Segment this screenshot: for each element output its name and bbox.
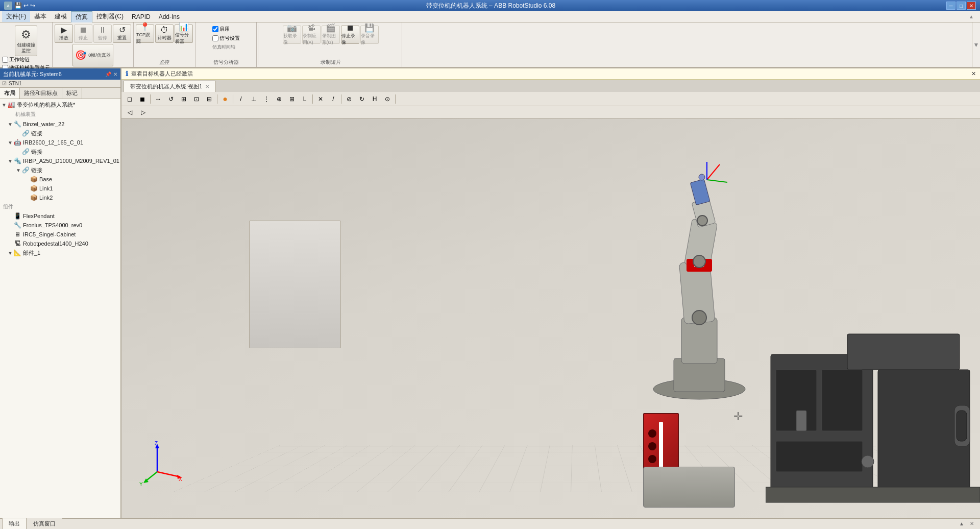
vt-btn4[interactable]: ⊡	[190, 93, 203, 105]
create-collision-btn[interactable]: ⚙ 创建碰撞监控	[15, 26, 37, 56]
menu-file[interactable]: 文件(F)	[2, 11, 30, 22]
expand-part1[interactable]: ▼	[7, 250, 13, 256]
vt-snap5-btn[interactable]: L	[299, 93, 311, 105]
tree-item-robotpedestal[interactable]: 🏗 Robotpedestal1400_H240	[1, 239, 119, 248]
vt-select2-btn[interactable]: ◼	[136, 93, 149, 105]
vt-view2-btn[interactable]: /	[327, 93, 339, 105]
menu-controller[interactable]: 控制器(C)	[92, 11, 128, 22]
pause-btn[interactable]: ⏸暂停	[93, 25, 112, 43]
tree-item-link1[interactable]: 📦 Link1	[1, 184, 119, 193]
vt-scale-btn[interactable]: ⊞	[178, 93, 190, 105]
stop-rec-btn[interactable]: ⏹停止录像	[341, 26, 359, 44]
sim-target-btn[interactable]: 🎯 0帧/仿真器	[72, 44, 113, 66]
expand-icon-irbp[interactable]: ▼	[7, 158, 13, 164]
info-icon: ℹ	[126, 70, 128, 78]
info-close-btn[interactable]: ✕	[971, 70, 976, 77]
svg-rect-19	[766, 487, 980, 502]
signal-analyze-btn[interactable]: 📊信号分析器	[175, 25, 193, 43]
stop-btn[interactable]: ⏹停止	[74, 25, 92, 43]
tree-item-flexpendant[interactable]: 📱 FlexPendant	[1, 211, 119, 221]
signal-settings-check[interactable]: 信号设置	[212, 35, 240, 42]
menu-simulation[interactable]: 仿真	[71, 11, 92, 22]
menu-modeling[interactable]: 建模	[51, 11, 71, 22]
tree-item-base[interactable]: 📦 Base	[1, 175, 119, 184]
enable-checkbox[interactable]	[212, 26, 218, 32]
vt-snap3-btn[interactable]: ⊕	[273, 93, 285, 105]
panel-pin-btn[interactable]: 📌	[105, 71, 111, 77]
vt-view1-btn[interactable]: ✕	[314, 93, 327, 105]
vt2-btn1[interactable]: ◁	[124, 107, 136, 118]
toolbar-expand-btn[interactable]: ▼	[972, 22, 980, 67]
vt-cursor-btn[interactable]: /	[235, 93, 247, 105]
vt-fit-btn[interactable]: H	[369, 93, 381, 105]
maximize-button[interactable]: □	[957, 2, 966, 10]
tree-item-part1[interactable]: ▼ 📐 部件_1	[1, 248, 119, 257]
vt-snap4-btn[interactable]: ⊞	[286, 93, 298, 105]
rec-app-btn[interactable]: 📽录制应用(A)	[302, 26, 321, 44]
tree-item-irbp-link[interactable]: ▼ 🔗 链接	[1, 165, 119, 175]
bottom-float-btn[interactable]: ▲	[958, 520, 966, 528]
vt2-btn2[interactable]: ▷	[137, 107, 149, 118]
viewport-3d[interactable]: ABB	[121, 118, 980, 518]
tree-item-station[interactable]: ▼ 🏭 带变位机的机器人系统*	[1, 100, 119, 109]
expand-icon-station[interactable]: ▼	[1, 102, 7, 108]
minimize-button[interactable]: ─	[946, 2, 955, 10]
irb2600-label: IRB2600_12_165_C_01	[23, 139, 83, 146]
irbp-link-icon: 🔗	[21, 166, 30, 174]
close-button[interactable]: ✕	[967, 2, 976, 10]
tab-marks[interactable]: 标记	[62, 88, 82, 99]
irbp-label: IRBP_A250_D1000_M2009_REV1_01	[23, 158, 119, 164]
tree-item-irc5[interactable]: 🖥 IRC5_Singel-Cabinet	[1, 230, 119, 239]
svg-point-7	[699, 174, 705, 180]
vt-more1-btn[interactable]: ⊙	[381, 93, 394, 105]
vt-orbit-btn[interactable]: ↻	[356, 93, 368, 105]
bt-tab-simwindow[interactable]: 仿真窗口	[27, 518, 62, 529]
rec-view-btn[interactable]: 🎬录制图形(G)	[322, 26, 340, 44]
tree-item-irbp[interactable]: ▼ 🔩 IRBP_A250_D1000_M2009_REV1_01	[1, 156, 119, 165]
panel-close-btn[interactable]: ✕	[113, 71, 117, 77]
info-text: 查看目标机器人已经激活	[131, 70, 193, 78]
binzel-label: Binzel_water_22	[23, 121, 64, 127]
menu-addins[interactable]: Add-Ins	[155, 12, 184, 21]
quick-access[interactable]: 💾 ↩ ↪	[14, 2, 35, 9]
expand-icon-binzel[interactable]: ▼	[7, 122, 13, 127]
menu-rapid[interactable]: RAPID	[128, 12, 155, 21]
vt-center-btn[interactable]: ●	[219, 93, 231, 105]
part1-label: 部件_1	[23, 249, 40, 257]
tree-item-fronius[interactable]: 🔧 Fronius_TPS4000_rev0	[1, 221, 119, 230]
playback-btn[interactable]: ▶播放	[55, 25, 73, 43]
save-rec-btn[interactable]: 💾录音录像	[360, 26, 379, 44]
screenshot-btn[interactable]: 📷获取录像	[283, 26, 301, 44]
tree-item-binzel[interactable]: ▼ 🔧 Binzel_water_22	[1, 119, 119, 129]
viewport-tab-main[interactable]: 带变位机的机器人系统:视图1 ✕	[124, 81, 216, 92]
tcp-trace-btn[interactable]: 📍TCP跟踪	[136, 25, 154, 43]
enable-check[interactable]: 启用	[212, 26, 240, 33]
tree-item-link2[interactable]: 📦 Link2	[1, 193, 119, 202]
vt-snap2-btn[interactable]: ⋮	[260, 93, 273, 105]
tree-item-irb2600[interactable]: ▼ 🤖 IRB2600_12_165_C_01	[1, 138, 119, 147]
expand-icon-irb2600[interactable]: ▼	[7, 140, 13, 146]
tree-item-mechanism[interactable]: 机械装置	[1, 109, 119, 119]
vt-dim-btn[interactable]: ⊘	[343, 93, 355, 105]
vt-select-btn[interactable]: ◻	[124, 93, 136, 105]
tree-item-binzel-link[interactable]: 🔗 链接	[1, 129, 119, 138]
ribbon-collapse[interactable]: ▲	[965, 14, 978, 19]
reset-btn[interactable]: ↺重置	[113, 25, 131, 43]
menu-basic[interactable]: 基本	[30, 11, 51, 22]
vt-snap1-btn[interactable]: ⊥	[248, 93, 260, 105]
tab-path[interactable]: 路径和目标点	[20, 88, 62, 99]
window-title: 带变位机的机器人系统 – ABB RobotStudio 6.08	[35, 2, 946, 10]
timer-btn[interactable]: ⏱计时器	[155, 25, 174, 43]
vt-btn5[interactable]: ⊟	[203, 93, 215, 105]
viewport-tab-close[interactable]: ✕	[205, 84, 209, 89]
workpiece-chain-check[interactable]: 工作站链	[2, 56, 50, 63]
vt-move-btn[interactable]: ↔	[152, 93, 164, 105]
bottom-close-btn[interactable]: ✕	[968, 520, 976, 528]
expand-icon-irbp-link[interactable]: ▼	[15, 167, 21, 173]
workpiece-checkbox[interactable]	[2, 57, 8, 63]
bt-tab-output[interactable]: 输出	[2, 518, 27, 529]
tree-item-irb-link[interactable]: 🔗 链接	[1, 147, 119, 156]
signal-settings-checkbox[interactable]	[212, 35, 218, 41]
tab-layout[interactable]: 布局	[0, 88, 20, 99]
vt-rotate-btn[interactable]: ↺	[165, 93, 177, 105]
